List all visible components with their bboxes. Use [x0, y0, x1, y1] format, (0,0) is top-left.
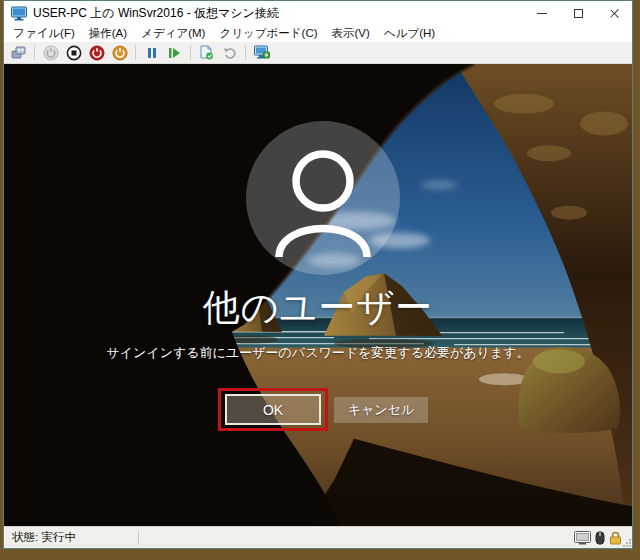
- ctrl-alt-del-button[interactable]: [10, 44, 27, 61]
- title-bar: USER-PC 上の WinSvr2016 - 仮想マシン接続: [4, 1, 632, 25]
- checkpoint-icon: [199, 45, 214, 60]
- menu-file[interactable]: ファイル(F): [6, 25, 82, 42]
- shut-down-button[interactable]: [88, 44, 105, 61]
- cancel-button[interactable]: キャンセル: [334, 397, 428, 423]
- shut-down-icon: [89, 45, 105, 61]
- ctrl-alt-del-icon: [11, 46, 27, 59]
- maximize-icon: [574, 9, 583, 18]
- reset-icon: [168, 47, 181, 59]
- window-controls: [524, 1, 632, 25]
- desktop: { "window": { "title": "USER-PC 上の WinSv…: [0, 0, 640, 560]
- enhanced-session-icon: [254, 45, 270, 60]
- vm-monitor-icon: [11, 6, 27, 21]
- revert-icon: [223, 46, 237, 59]
- close-icon: [609, 8, 620, 19]
- revert-button[interactable]: [221, 44, 238, 61]
- password-change-message: サインインする前にユーザーのパスワードを変更する必要があります。: [4, 344, 632, 362]
- menu-view[interactable]: 表示(V): [325, 25, 377, 42]
- enhanced-session-button[interactable]: [253, 44, 270, 61]
- turn-off-button[interactable]: [65, 44, 82, 61]
- menu-help[interactable]: ヘルプ(H): [377, 25, 442, 42]
- menu-media[interactable]: メディア(M): [134, 25, 212, 42]
- close-button[interactable]: [596, 1, 632, 25]
- pause-button[interactable]: [143, 44, 160, 61]
- other-user-title: 他のユーザー: [4, 283, 632, 333]
- lock-icon: [609, 531, 622, 545]
- ok-button[interactable]: OK: [225, 394, 321, 425]
- user-silhouette-icon: [246, 121, 400, 275]
- turn-off-icon: [66, 45, 82, 61]
- start-icon: [43, 45, 59, 61]
- window-title: USER-PC 上の WinSvr2016 - 仮想マシン接続: [33, 5, 524, 22]
- toolbar-separator: [34, 45, 35, 60]
- resize-grip[interactable]: [623, 539, 631, 547]
- status-bar: 状態: 実行中: [4, 526, 632, 548]
- toolbar: [4, 42, 632, 64]
- menu-bar: ファイル(F) 操作(A) メディア(M) クリップボード(C) 表示(V) ヘ…: [4, 25, 632, 42]
- menu-action[interactable]: 操作(A): [82, 25, 134, 42]
- toolbar-separator: [190, 45, 191, 60]
- statusbar-separator: [138, 531, 139, 545]
- user-avatar[interactable]: [246, 121, 400, 275]
- start-button[interactable]: [42, 44, 59, 61]
- menu-clipboard[interactable]: クリップボード(C): [212, 25, 324, 42]
- checkpoint-button[interactable]: [198, 44, 215, 61]
- save-button[interactable]: [111, 44, 128, 61]
- pause-icon: [146, 47, 158, 59]
- vmconnect-window: USER-PC 上の WinSvr2016 - 仮想マシン接続 ファイル(F) …: [3, 0, 633, 549]
- reset-button[interactable]: [166, 44, 183, 61]
- mouse-icon: [595, 531, 605, 545]
- vm-display[interactable]: 他のユーザー サインインする前にユーザーのパスワードを変更する必要があります。 …: [4, 64, 632, 526]
- maximize-button[interactable]: [560, 1, 596, 25]
- vm-status: 状態: 実行中: [4, 530, 76, 545]
- minimize-button[interactable]: [524, 1, 560, 25]
- display-icon: [574, 531, 591, 545]
- toolbar-separator: [135, 45, 136, 60]
- toolbar-separator: [245, 45, 246, 60]
- minimize-icon: [537, 13, 547, 14]
- save-icon: [112, 45, 128, 61]
